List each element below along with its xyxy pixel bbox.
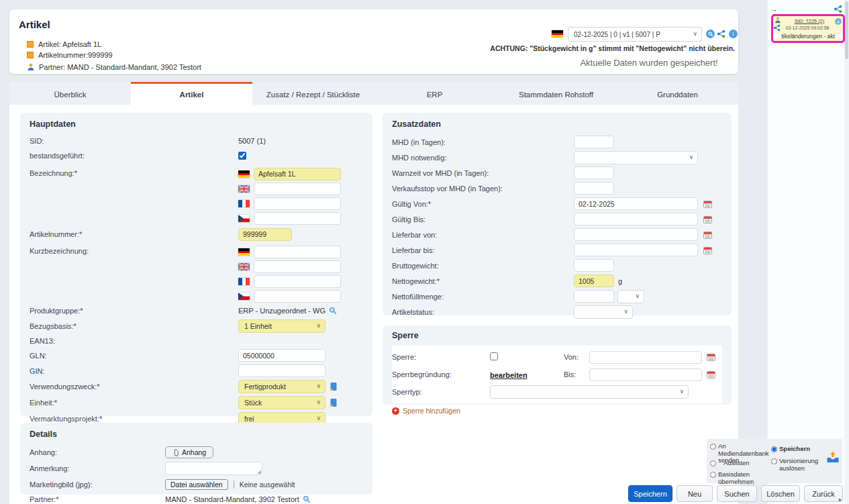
suchen-button[interactable]: Suchen <box>717 485 757 502</box>
chevron-down-icon: ∨ <box>693 30 697 37</box>
nettofuellmenge-unit-select[interactable]: ∨ <box>617 290 644 303</box>
scrollbar-thumb[interactable] <box>845 1 848 59</box>
bezeichnung-de-input[interactable] <box>254 168 341 181</box>
kurzbezeichnung-label: Kurzbezeichnung: <box>30 244 238 255</box>
hauptdaten-title: Hauptdaten <box>30 119 363 129</box>
bestandsgefuehrt-checkbox[interactable] <box>238 152 246 160</box>
scrollbar-track[interactable] <box>844 0 849 504</box>
anmerkung-textarea[interactable] <box>165 462 262 475</box>
lieferbar-bis-input[interactable] <box>574 244 698 256</box>
anhang-button[interactable]: Anhang <box>165 446 213 458</box>
loeschen-button[interactable]: Löschen <box>761 485 800 502</box>
bezeichnung-en-input[interactable] <box>254 183 341 195</box>
orange-square-icon <box>27 52 34 58</box>
share-icon[interactable] <box>834 5 842 13</box>
sperre-hinzufuegen[interactable]: + Sperre hinzufügen <box>392 407 722 415</box>
chevron-down-icon: ∨ <box>679 388 684 395</box>
sperre-bis-input[interactable] <box>589 368 702 381</box>
bezugsbasis-select[interactable]: 1 Einheit ∨ <box>238 319 326 333</box>
copy-icon[interactable] <box>329 398 338 407</box>
notch <box>835 34 843 38</box>
lieferbar-von-input[interactable] <box>574 228 698 241</box>
mhd-label: MHD (in Tagen): <box>392 138 574 146</box>
sperrtyp-select[interactable]: ∨ <box>490 385 689 399</box>
partner-value: MAND - Standard-Mandant, 3902 Testort <box>165 495 299 503</box>
person-icon <box>27 63 35 71</box>
tab-grunddaten[interactable]: Grunddaten <box>617 82 738 105</box>
radio-auslisten[interactable]: Auslisten <box>710 460 772 467</box>
kurzbezeichnung-de-input[interactable] <box>254 246 341 258</box>
tab-zusatz-rezept-stueckliste[interactable]: Zusatz / Rezept / Stückliste <box>252 82 374 105</box>
calendar-icon[interactable] <box>707 370 715 379</box>
sperre-panel: Sperre Sperre: Von: Sperrbegründung: bea… <box>383 325 732 405</box>
saved-message: Aktuelle Daten wurden gespeichert! <box>521 58 777 68</box>
tab-erp[interactable]: ERP <box>374 82 495 105</box>
calendar-icon[interactable] <box>703 231 712 239</box>
copy-icon[interactable] <box>329 382 338 391</box>
flag-fr-icon <box>238 278 250 285</box>
verwendungszweck-select[interactable]: Fertigprodukt ∨ <box>238 380 326 393</box>
info-icon[interactable]: i <box>729 30 738 38</box>
mhd-notwendig-select[interactable]: ∨ <box>574 151 698 164</box>
calendar-icon[interactable] <box>703 200 712 208</box>
weight-warning-text: ACHTUNG: "Stückgewicht in g" stimmt mit … <box>479 44 735 52</box>
collapse-icon[interactable]: ▾ <box>835 18 842 25</box>
mhd-input[interactable] <box>574 136 614 148</box>
gueltig-von-input[interactable] <box>574 197 698 210</box>
radio-basisdaten[interactable]: Basisdaten übernehmen <box>710 471 772 485</box>
nettogewicht-input[interactable] <box>574 274 614 287</box>
calendar-icon[interactable] <box>703 215 712 223</box>
verwendungszweck-label: Verwendungszweck:* <box>30 383 238 391</box>
zurueck-button[interactable]: Zurück <box>804 485 843 502</box>
person-icon <box>775 17 781 23</box>
nettofuellmenge-input[interactable] <box>574 290 614 303</box>
radio-speichern[interactable]: Speichern <box>771 446 822 453</box>
file-select-button[interactable]: Datei auswählen <box>165 479 228 490</box>
version-select[interactable]: 02-12-2025 | 0 | v1 | 5007 | P ∨ <box>568 27 702 42</box>
bruttogewicht-input[interactable] <box>574 259 614 272</box>
gin-input[interactable] <box>238 364 326 377</box>
bezeichnung-cz-input[interactable] <box>254 212 341 225</box>
kurzbezeichnung-cz-input[interactable] <box>254 290 341 303</box>
sperre-title: Sperre <box>392 331 722 340</box>
notification-timestamp: 02-12-2025 09:02:58 <box>773 26 842 30</box>
bearbeiten-link[interactable]: bearbeiten <box>490 371 528 379</box>
sperre-von-input[interactable] <box>589 351 702 364</box>
warnzeit-input[interactable] <box>574 166 614 179</box>
sperre-checkbox[interactable] <box>490 352 498 360</box>
lieferbar-von-label: Lieferbar von: <box>392 231 574 239</box>
search-icon[interactable] <box>303 495 311 503</box>
kurzbezeichnung-fr-input[interactable] <box>254 275 341 288</box>
gueltig-bis-input[interactable] <box>574 213 698 225</box>
marketingbild-label: Marketingbild (jpg): <box>30 481 165 489</box>
zoom-icon[interactable] <box>706 30 715 38</box>
details-panel: Details Anhang: Anhang Anmerkung: Market… <box>20 423 372 495</box>
artikelnummer-input[interactable] <box>238 228 292 241</box>
calendar-icon[interactable] <box>703 246 712 254</box>
tab-ueberblick[interactable]: Überblick <box>9 82 131 105</box>
sid-link[interactable]: SID: 7225 (2) <box>784 18 835 24</box>
article-change-notification[interactable]: SID: 7225 (2) ▾ 02-12-2025 09:02:58 Arti… <box>771 14 845 43</box>
sperre-rows: Sperre: Von: Sperrbegründung: bearbeiten… <box>392 346 722 403</box>
article-summary-row: Artikel: Apfelsaft 1L <box>27 39 201 50</box>
calendar-icon[interactable] <box>707 353 715 361</box>
import-tray-icon[interactable] <box>826 451 840 463</box>
verkaufsstop-input[interactable] <box>574 182 614 195</box>
chevron-down-icon: ∨ <box>316 322 321 329</box>
artikelstatus-select[interactable]: ∨ <box>574 305 633 319</box>
tab-stammdaten-rohstoff[interactable]: Stammdaten Rohstoff <box>495 82 617 105</box>
speichern-button[interactable]: Speichern <box>628 485 672 502</box>
neu-button[interactable]: Neu <box>677 485 713 502</box>
kurzbezeichnung-en-input[interactable] <box>254 260 341 273</box>
einheit-select[interactable]: Stück ∨ <box>238 396 326 409</box>
share-icon[interactable] <box>717 30 726 38</box>
search-icon[interactable] <box>329 307 337 315</box>
gln-input[interactable] <box>238 349 326 362</box>
ean13-label: EAN13: <box>30 337 238 345</box>
tab-artikel[interactable]: Artikel <box>131 82 252 105</box>
radio-versionierung[interactable]: Versionierung auslösen <box>771 458 822 472</box>
flag-de-icon <box>238 170 250 178</box>
partner-row: Partner: MAND - Standard-Mandant, 3902 T… <box>27 62 201 72</box>
bezeichnung-fr-input[interactable] <box>254 197 341 210</box>
chevron-down-icon: ∨ <box>316 399 321 405</box>
